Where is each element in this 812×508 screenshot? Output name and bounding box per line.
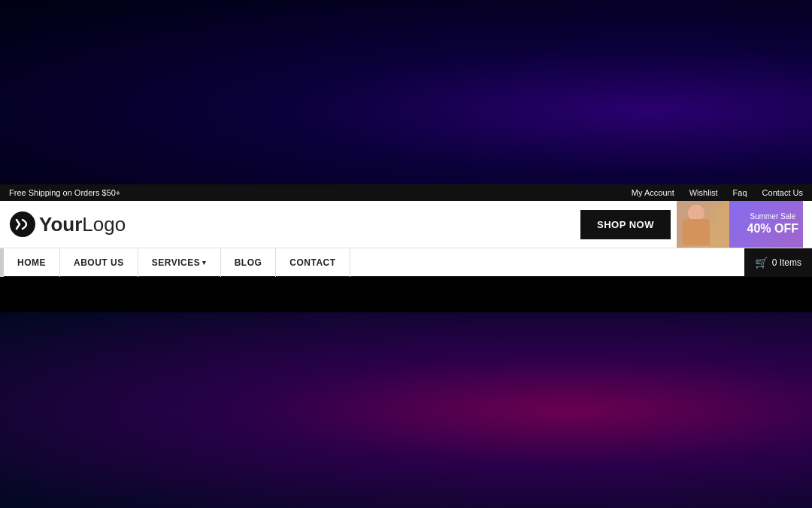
logo-icon xyxy=(9,211,36,238)
top-bar-left: Free Shipping on Orders $50+ xyxy=(9,188,120,197)
summer-sale-banner[interactable]: Summer Sale 40% OFF xyxy=(677,201,803,248)
navbar: HOME ABOUT US SERVICES ▾ BLOG CONTACT 🛒 … xyxy=(0,248,812,276)
bg-bottom xyxy=(0,312,812,508)
top-bar: Free Shipping on Orders $50+ My Account … xyxy=(0,184,812,201)
header-right: SHOP NOW Summer Sale 40% OFF xyxy=(580,201,803,248)
header: YourLogo SHOP NOW Summer Sale 40% OFF xyxy=(0,201,812,248)
shop-now-button[interactable]: SHOP NOW xyxy=(580,210,671,239)
summer-sale-text: Summer Sale 40% OFF xyxy=(747,212,798,236)
cart-area[interactable]: 🛒 0 Items xyxy=(744,248,812,277)
free-shipping-text: Free Shipping on Orders $50+ xyxy=(9,188,120,197)
contact-us-link[interactable]: Contact Us xyxy=(762,188,803,197)
nav-item-contact[interactable]: CONTACT xyxy=(276,248,350,277)
wishlist-link[interactable]: Wishlist xyxy=(689,188,718,197)
summer-sale-line2: 40% OFF xyxy=(747,221,798,236)
cart-count: 0 Items xyxy=(772,257,801,268)
nav-item-services[interactable]: SERVICES ▾ xyxy=(138,248,221,277)
my-account-link[interactable]: My Account xyxy=(632,188,674,197)
services-dropdown-arrow: ▾ xyxy=(202,259,207,266)
logo-text: YourLogo xyxy=(39,213,126,236)
summer-sale-image xyxy=(677,201,729,248)
logo-area: YourLogo xyxy=(9,211,126,238)
top-bar-right: My Account Wishlist Faq Contact Us xyxy=(632,188,803,197)
cart-icon: 🛒 xyxy=(755,257,768,269)
summer-sale-line1: Summer Sale xyxy=(747,212,798,221)
nav-item-blog[interactable]: BLOG xyxy=(221,248,277,277)
logo-suffix: Logo xyxy=(82,213,126,236)
nav-item-about[interactable]: ABOUT US xyxy=(60,248,138,277)
nav-item-home[interactable]: HOME xyxy=(4,248,60,277)
bg-top xyxy=(0,0,812,184)
svg-point-0 xyxy=(10,211,35,237)
faq-link[interactable]: Faq xyxy=(733,188,747,197)
